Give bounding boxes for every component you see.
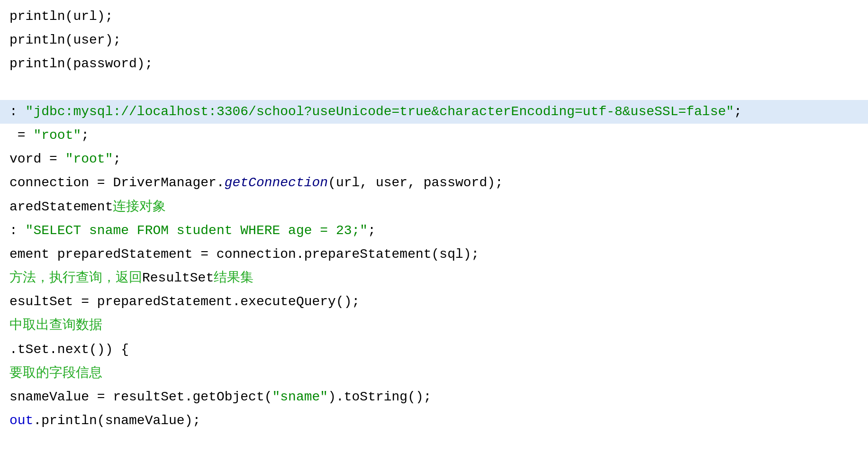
code-line: esultSet = preparedStatement.executeQuer…	[0, 290, 868, 314]
code-line: connection = DriverManager.getConnection…	[0, 171, 868, 195]
code-line: snameValue = resultSet.getObject("sname"…	[0, 385, 868, 409]
code-line: println(user);	[0, 28, 868, 52]
code-line: 要取的字段信息	[0, 362, 868, 385]
code-line: aredStatement连接对象	[0, 195, 868, 219]
code-editor: println(url);println(user);println(passw…	[0, 0, 868, 472]
code-line: vord = "root";	[0, 147, 868, 171]
code-line: println(password);	[0, 52, 868, 76]
code-line: out.println(snameValue);	[0, 409, 868, 433]
code-line: = "root";	[0, 124, 868, 147]
code-line	[0, 76, 868, 100]
code-line: : "SELECT sname FROM student WHERE age =…	[0, 219, 868, 243]
code-line: 中取出查询数据	[0, 314, 868, 337]
code-line: println(url);	[0, 5, 868, 28]
code-line: .tSet.next()) {	[0, 338, 868, 362]
code-line: ement preparedStatement = connection.pre…	[0, 243, 868, 266]
code-line: 方法，执行查询，返回ResultSet结果集	[0, 266, 868, 290]
code-line: : "jdbc:mysql://localhost:3306/school?us…	[0, 100, 868, 124]
